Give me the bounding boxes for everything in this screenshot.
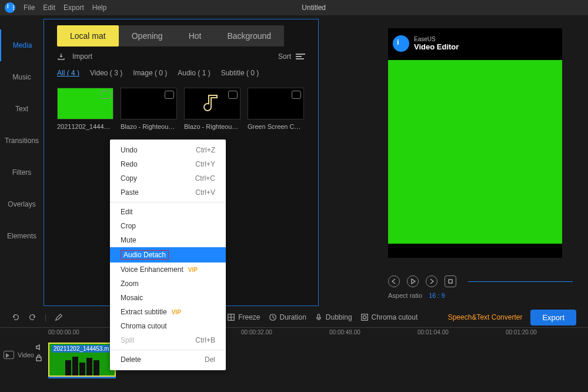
rail-elements[interactable]: Elements [0, 220, 44, 252]
tab-background[interactable]: Background [214, 25, 284, 46]
video-badge-icon [165, 91, 174, 99]
window-title: Untitled [115, 4, 583, 12]
preview-progress[interactable] [468, 281, 573, 282]
tool-duration[interactable]: Duration [269, 313, 306, 321]
tab-hot[interactable]: Hot [176, 25, 215, 46]
video-track-icon [4, 351, 14, 359]
svg-rect-7 [318, 314, 320, 318]
preview-frame [388, 60, 562, 244]
video-badge-icon [292, 91, 301, 99]
ruler-start: 00:00:00.00 [48, 329, 79, 335]
menu-export[interactable]: Export [64, 4, 84, 12]
ruler-tick: 00:00:32.00 [241, 329, 272, 335]
redo-icon[interactable] [28, 313, 36, 321]
ctx-mosaic[interactable]: Mosaic [110, 291, 226, 305]
aspect-label: Aspect ratio [388, 292, 422, 299]
menu-bar: File Edit Export Help Untitled [0, 0, 588, 15]
ctx-split: SplitCtrl+B [110, 333, 226, 347]
thumb-item[interactable]: Green Screen Cutout... [248, 88, 304, 130]
export-button[interactable]: Export [530, 310, 576, 325]
lock-track-icon[interactable] [35, 354, 42, 361]
ctx-mute[interactable]: Mute [110, 233, 226, 247]
category-row: All ( 4 ) Video ( 3 ) Image ( 0 ) Audio … [44, 67, 318, 79]
tool-chroma[interactable]: Chroma cutout [360, 313, 418, 321]
ruler-tick: 00:01:04.00 [417, 329, 449, 335]
ctx-extract-subtitle[interactable]: Extract subtitleVIP [110, 305, 226, 319]
rail-filters[interactable]: Filters [0, 157, 44, 188]
ctx-zoom[interactable]: Zoom [110, 277, 226, 291]
tab-opening[interactable]: Opening [119, 25, 176, 46]
clip-audio-strip [48, 377, 116, 378]
track-head-video: Video [4, 351, 34, 359]
thumb-item[interactable]: Blazo - Righteous Pa... [184, 88, 240, 130]
svg-rect-8 [361, 314, 368, 321]
prev-frame-button[interactable] [388, 275, 400, 287]
timeline: 00:00:00.00 00:00:16.00 00:00:32.00 00:0… [0, 327, 588, 392]
ctx-redo[interactable]: RedoCtrl+Y [110, 157, 226, 171]
rail-media[interactable]: Media [0, 29, 44, 61]
menu-help[interactable]: Help [92, 4, 107, 12]
svg-point-9 [363, 315, 366, 318]
import-button[interactable]: Import [72, 52, 92, 61]
rail-overlays[interactable]: Overlays [0, 188, 44, 220]
clip-name: 20211202_144453.m [52, 345, 112, 353]
thumb-label: Blazo - Righteous Pa... [121, 123, 177, 130]
cat-video[interactable]: Video ( 3 ) [90, 69, 122, 77]
thumb-label: Green Screen Cutout... [248, 123, 304, 130]
ruler-tick: 00:01:20.00 [506, 329, 537, 335]
timeline-clip[interactable]: 20211202_144453.m [48, 343, 116, 377]
preview-controls [388, 275, 573, 287]
next-frame-button[interactable] [426, 275, 437, 287]
mute-track-icon[interactable] [35, 344, 42, 351]
music-note-icon [185, 88, 240, 119]
tool-freeze[interactable]: Freeze [227, 313, 260, 321]
media-tabs: Local mat Opening Hot Background [57, 25, 284, 46]
time-ruler[interactable]: 00:00:00.00 00:00:16.00 00:00:32.00 00:0… [0, 327, 588, 338]
cat-audio[interactable]: Audio ( 1 ) [178, 69, 210, 77]
timeline-toolbar: | Mosaic Freeze Duration Dubbing Chroma … [0, 308, 588, 326]
import-icon [57, 52, 65, 61]
ctx-delete[interactable]: DeleteDel [110, 353, 226, 367]
preview-brand2: Video Editor [414, 42, 459, 51]
play-button[interactable] [407, 275, 419, 287]
thumb-label: 20211202_144453.m... [57, 123, 113, 130]
cat-image[interactable]: Image ( 0 ) [133, 69, 167, 77]
undo-icon[interactable] [12, 313, 20, 321]
preview-logo-icon [393, 35, 409, 52]
thumb-label: Blazo - Righteous Pa... [184, 123, 240, 130]
app-logo-icon [5, 2, 15, 13]
sort-label[interactable]: Sort [278, 52, 291, 61]
menu-file[interactable]: File [24, 4, 35, 12]
svg-rect-10 [36, 357, 41, 361]
pencil-icon[interactable] [55, 313, 63, 321]
rail-transitions[interactable]: Transitions [0, 125, 44, 157]
menu-edit[interactable]: Edit [43, 4, 55, 12]
cat-subtitle[interactable]: Subtitle ( 0 ) [221, 69, 259, 77]
cat-all[interactable]: All ( 4 ) [57, 69, 79, 77]
tool-dubbing[interactable]: Dubbing [315, 313, 352, 321]
aspect-value[interactable]: 16 : 9 [429, 292, 445, 299]
thumbs-row: 20211202_144453.m... Blazo - Righteous P… [44, 79, 318, 138]
ctx-crop[interactable]: Crop [110, 219, 226, 233]
context-menu: UndoCtrl+Z RedoCtrl+Y CopyCtrl+C PasteCt… [110, 139, 226, 370]
thumb-item[interactable]: 20211202_144453.m... [57, 88, 113, 130]
ctx-audio-detach[interactable]: Audio Detach [110, 247, 226, 263]
ruler-tick: 00:00:48.00 [329, 329, 360, 335]
svg-rect-0 [449, 280, 452, 283]
ctx-copy[interactable]: CopyCtrl+C [110, 171, 226, 185]
ctx-undo[interactable]: UndoCtrl+Z [110, 143, 226, 157]
stop-button[interactable] [445, 275, 456, 287]
preview-brand1: EaseUS [414, 36, 459, 42]
video-badge-icon [101, 91, 111, 99]
ctx-chroma-cutout[interactable]: Chroma cutout [110, 319, 226, 333]
ctx-paste[interactable]: PasteCtrl+V [110, 185, 226, 200]
sort-lines-icon[interactable] [296, 54, 305, 59]
ctx-voice-enhancement[interactable]: Voice EnhancementVIP [110, 263, 226, 277]
preview-window: EaseUS Video Editor [388, 28, 562, 258]
ctx-edit[interactable]: Edit [110, 205, 226, 219]
speech-text-converter[interactable]: Speech&Text Converter [448, 313, 523, 321]
thumb-item[interactable]: Blazo - Righteous Pa... [121, 88, 177, 130]
tab-local-mat[interactable]: Local mat [57, 25, 119, 46]
rail-music[interactable]: Music [0, 61, 44, 93]
rail-text[interactable]: Text [0, 93, 44, 125]
